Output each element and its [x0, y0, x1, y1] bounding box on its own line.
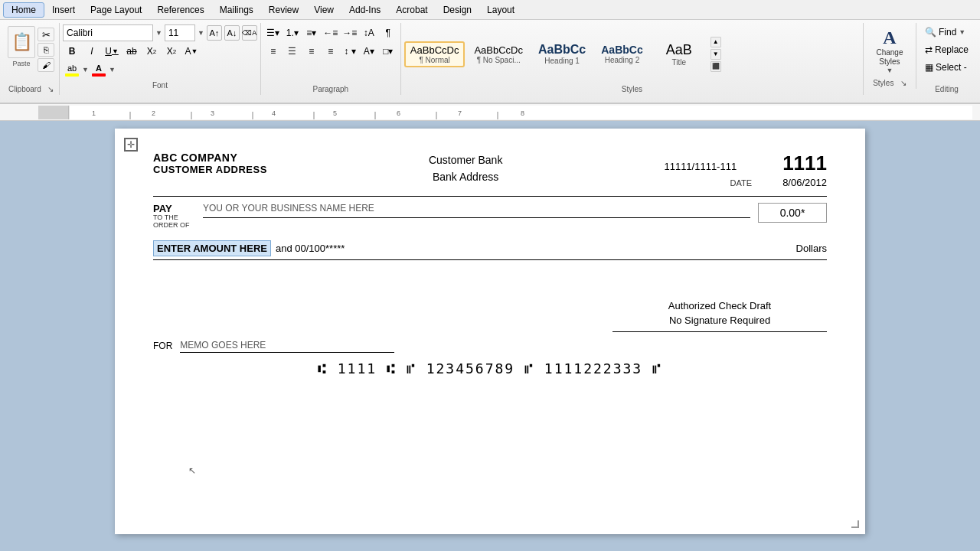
- font-name-dropdown-icon[interactable]: ▼: [155, 29, 162, 37]
- payee-placeholder: YOU OR YOUR BUSINESS NAME HERE: [203, 203, 374, 214]
- date-label: DATE: [730, 178, 753, 187]
- find-button[interactable]: 🔍 Find ▼: [920, 24, 971, 40]
- svg-text:3: 3: [211, 109, 214, 117]
- style-title-label: Title: [658, 58, 700, 67]
- menu-layout[interactable]: Layout: [479, 3, 522, 17]
- menu-bar: Home Insert Page Layout References Maili…: [0, 0, 980, 20]
- style-no-spacing-button[interactable]: AaBbCcDc ¶ No Spaci...: [468, 41, 529, 67]
- menu-review[interactable]: Review: [261, 3, 306, 17]
- subscript-button[interactable]: X2: [142, 43, 161, 60]
- menu-acrobat[interactable]: Acrobat: [388, 3, 435, 17]
- menu-design[interactable]: Design: [436, 3, 479, 17]
- sort-button[interactable]: ↕A: [360, 24, 378, 41]
- paste-button[interactable]: 📋: [8, 26, 35, 58]
- micr-line: ⑆ 1111 ⑆ ⑈ 123456789 ⑈ 1111222333 ⑈: [153, 360, 827, 377]
- align-center-button[interactable]: ☰: [283, 43, 302, 60]
- cut-button[interactable]: ✂: [38, 28, 54, 41]
- auth-line1: Authorized Check Draft: [612, 298, 827, 314]
- highlight-color-button[interactable]: ab: [63, 61, 81, 78]
- text-effects-button[interactable]: A▼: [182, 43, 201, 60]
- style-normal-button[interactable]: AaBbCcDc ¶ Normal: [404, 41, 466, 67]
- format-painter-button[interactable]: 🖌: [38, 58, 54, 72]
- find-icon: 🔍: [925, 27, 936, 37]
- italic-button[interactable]: I: [83, 43, 101, 60]
- font-color-button[interactable]: A: [90, 61, 108, 78]
- replace-button[interactable]: ⇄ Replace: [920, 42, 974, 57]
- style-nospace-label: ¶ No Spaci...: [474, 56, 523, 64]
- style-heading2-button[interactable]: AaBbCc Heading 2: [595, 41, 648, 67]
- svg-text:5: 5: [333, 109, 337, 117]
- memo-line[interactable]: MEMO GOES HERE: [180, 340, 394, 353]
- written-amount-highlight[interactable]: ENTER AMOUNT HERE: [153, 240, 271, 256]
- increase-indent-button[interactable]: →≡: [341, 24, 359, 41]
- replace-label: Replace: [935, 44, 969, 55]
- menu-addins[interactable]: Add-Ins: [341, 3, 388, 17]
- dollars-label: Dollars: [796, 243, 827, 254]
- company-info: ABC COMPANY CUSTOMER ADDRESS: [153, 152, 267, 175]
- styles-scroll-down[interactable]: ▼: [710, 49, 721, 60]
- font-size-selector[interactable]: 11: [165, 24, 195, 41]
- select-button[interactable]: ▦ Select -: [920, 60, 972, 75]
- font-increase-button[interactable]: A↑: [207, 25, 222, 41]
- styles-scroll-up[interactable]: ▲: [710, 37, 721, 47]
- auth-line2: No Signature Required: [612, 313, 827, 328]
- align-left-button[interactable]: ≡: [264, 43, 283, 60]
- check-number: 1111: [782, 152, 827, 175]
- decrease-indent-button[interactable]: ←≡: [322, 24, 340, 41]
- line-spacing-button[interactable]: ↕ ▾: [341, 43, 359, 60]
- company-name: ABC COMPANY: [153, 152, 267, 164]
- style-h2-label: Heading 2: [601, 56, 642, 64]
- menu-page-layout[interactable]: Page Layout: [83, 3, 149, 17]
- styles-expand[interactable]: ⬛: [710, 61, 721, 72]
- shading-button[interactable]: A▾: [360, 43, 378, 60]
- font-name-selector[interactable]: Calibri: [63, 24, 153, 41]
- editing-group: 🔍 Find ▼ ⇄ Replace ▦ Select - Editing: [916, 23, 977, 95]
- menu-insert[interactable]: Insert: [44, 3, 83, 17]
- underline-button[interactable]: U ▼: [103, 43, 121, 60]
- amount-box[interactable]: 0.00*: [758, 203, 827, 223]
- menu-home[interactable]: Home: [3, 2, 44, 18]
- change-styles-button[interactable]: A ChangeStyles ▼: [867, 24, 913, 77]
- ruler: 1 2 3 4 5 6 7 8: [0, 104, 980, 121]
- replace-icon: ⇄: [925, 44, 933, 55]
- check-header: ABC COMPANY CUSTOMER ADDRESS Customer Ba…: [153, 144, 827, 188]
- align-right-button[interactable]: ≡: [302, 43, 321, 60]
- style-title-text: AaB: [658, 42, 700, 58]
- find-dropdown-icon[interactable]: ▼: [959, 28, 965, 36]
- clipboard-group: 📋 Paste ✂ ⎘ 🖌 Clipboard ↘: [3, 23, 60, 95]
- multilevel-list-button[interactable]: ≡▾: [302, 24, 321, 41]
- svg-text:4: 4: [272, 109, 276, 117]
- highlight-dropdown-icon[interactable]: ▼: [82, 66, 89, 73]
- font-decrease-button[interactable]: A↓: [224, 25, 240, 41]
- svg-text:7: 7: [458, 109, 462, 117]
- document-page: ✛ ABC COMPANY CUSTOMER ADDRESS Customer …: [115, 129, 865, 534]
- copy-button[interactable]: ⎘: [38, 43, 54, 57]
- numbering-button[interactable]: 1.▾: [283, 24, 302, 41]
- bullets-button[interactable]: ☰▾: [264, 24, 283, 41]
- strikethrough-button[interactable]: ab: [122, 43, 141, 60]
- bank-name: Customer Bank: [429, 152, 502, 168]
- superscript-button[interactable]: X2: [162, 43, 181, 60]
- page-anchor[interactable]: ✛: [124, 138, 138, 152]
- menu-view[interactable]: View: [306, 3, 341, 17]
- change-styles-dropdown-icon[interactable]: ▼: [887, 67, 893, 74]
- style-heading1-button[interactable]: AaBbCc Heading 1: [532, 40, 592, 68]
- bold-button[interactable]: B: [63, 43, 81, 60]
- menu-references[interactable]: References: [149, 3, 211, 17]
- style-h2-text: AaBbCc: [601, 44, 642, 56]
- font-color-dropdown-icon[interactable]: ▼: [109, 66, 116, 73]
- style-title-button[interactable]: AaB Title: [652, 39, 706, 70]
- borders-button[interactable]: □▾: [379, 43, 397, 60]
- clear-formatting-button[interactable]: ⌫A: [242, 25, 257, 41]
- font-size-dropdown-icon[interactable]: ▼: [198, 29, 204, 37]
- page-resize-handle[interactable]: [851, 520, 859, 528]
- font-label: Font: [63, 81, 257, 90]
- menu-mailings[interactable]: Mailings: [212, 3, 261, 17]
- style-nospace-text: AaBbCcDc: [474, 44, 523, 56]
- justify-button[interactable]: ≡: [322, 43, 340, 60]
- show-formatting-button[interactable]: ¶: [379, 24, 397, 41]
- payee-line[interactable]: YOU OR YOUR BUSINESS NAME HERE: [203, 203, 750, 218]
- memo-label: FOR: [153, 341, 172, 351]
- styles-group: AaBbCcDc ¶ Normal AaBbCcDc ¶ No Spaci...…: [401, 23, 864, 95]
- select-label: Select -: [936, 62, 967, 73]
